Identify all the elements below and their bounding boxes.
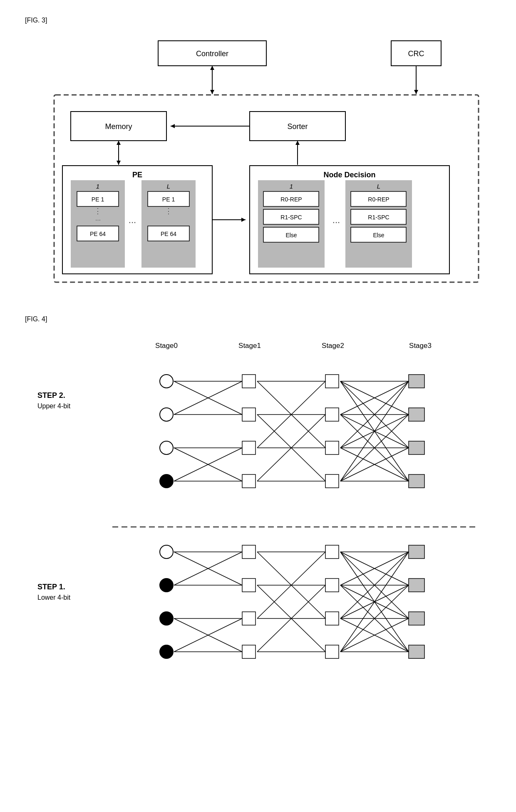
step1-s2-r2-node: [325, 579, 339, 592]
step2-s2-r1-node: [325, 375, 339, 388]
step2-s3-r3-node: [409, 441, 424, 454]
stage3-label: Stage3: [409, 342, 432, 350]
step2-desc: Upper 4-bit: [37, 402, 71, 410]
step1-s0-r1-node: [160, 545, 173, 559]
step2-s1-r1-node: [242, 375, 256, 388]
step2-s1-r4-node: [242, 474, 256, 488]
step1-s3-r2-node: [409, 579, 424, 592]
fig4-container: Stage0 Stage1 Stage2 Stage3 STEP 2. Uppe…: [29, 331, 487, 739]
step1-label: STEP 1.: [37, 583, 65, 591]
step2-s3-r1-node: [409, 375, 424, 388]
nd-title: Node Decision: [323, 171, 375, 179]
svg-text:Else: Else: [373, 232, 384, 238]
pe-title: PE: [132, 171, 142, 179]
step1-s2-r1-node: [325, 545, 339, 559]
step2-s0-r2-node: [160, 408, 173, 421]
svg-text:PE 64: PE 64: [161, 231, 176, 237]
svg-marker-6: [414, 90, 418, 94]
step1-s2-r3-node: [325, 612, 339, 625]
step1-s1-r2-node: [242, 579, 256, 592]
step1-s1-r4-node: [242, 645, 256, 658]
step1-s3-r3-node: [409, 612, 424, 625]
svg-text:1: 1: [96, 183, 99, 190]
step1-s3-r4-node: [409, 645, 424, 658]
step1-s0-r3-node: [160, 612, 173, 625]
svg-text:PE 64: PE 64: [90, 231, 106, 237]
svg-text:1: 1: [290, 183, 293, 190]
step1-s2-r4-node: [325, 645, 339, 658]
step2-s2-r4-node: [325, 474, 339, 488]
controller-label: Controller: [196, 50, 228, 58]
crc-label: CRC: [408, 50, 424, 58]
step1-s3-r1-node: [409, 545, 424, 559]
svg-text:⋯: ⋯: [95, 217, 101, 223]
svg-text:...: ...: [129, 215, 136, 225]
svg-marker-3: [210, 90, 214, 94]
fig4-svg: Stage0 Stage1 Stage2 Stage3 STEP 2. Uppe…: [29, 331, 487, 739]
svg-text:R1-SPC: R1-SPC: [368, 214, 389, 221]
svg-text:Else: Else: [285, 232, 297, 238]
stage1-label: Stage1: [238, 342, 261, 350]
step2-s0-r4-node: [160, 474, 173, 488]
svg-text:PE 1: PE 1: [92, 196, 104, 203]
stage2-label: Stage2: [322, 342, 344, 350]
svg-text:R0-REP: R0-REP: [368, 196, 389, 203]
fig3-container: Controller CRC Memory Sorter: [29, 32, 487, 291]
step1-s0-r2-node: [160, 579, 173, 592]
svg-text:PE 1: PE 1: [162, 196, 175, 203]
step1-s1-r1-node: [242, 545, 256, 559]
svg-text:...: ...: [332, 215, 340, 225]
step2-s0-r3-node: [160, 441, 173, 454]
svg-text:R0-REP: R0-REP: [280, 196, 302, 203]
stage0-label: Stage0: [155, 342, 178, 350]
page: [FIG. 3] Controller CRC Memory: [0, 0, 516, 756]
step2-s1-r3-node: [242, 441, 256, 454]
step2-s2-r3-node: [325, 441, 339, 454]
svg-text:L: L: [377, 183, 380, 190]
step2-s3-r4-node: [409, 474, 424, 488]
step2-s1-r2-node: [242, 408, 256, 421]
step1-s1-r3-node: [242, 612, 256, 625]
step1-s0-r4-node: [160, 645, 173, 658]
step2-s3-r2-node: [409, 408, 424, 421]
sorter-label: Sorter: [287, 122, 308, 131]
step2-s0-r1-node: [160, 375, 173, 388]
svg-text:⋮: ⋮: [94, 207, 102, 215]
step1-desc: Lower 4-bit: [37, 594, 71, 601]
fig4-label: [FIG. 4]: [25, 315, 491, 323]
step2-s2-r2-node: [325, 408, 339, 421]
step2-label: STEP 2.: [37, 391, 65, 400]
svg-marker-4: [210, 66, 214, 70]
fig3-svg: Controller CRC Memory Sorter: [29, 32, 487, 291]
svg-text:⋮: ⋮: [165, 207, 172, 215]
memory-label: Memory: [105, 122, 132, 131]
fig3-label: [FIG. 3]: [25, 17, 491, 24]
svg-text:R1-SPC: R1-SPC: [280, 214, 302, 221]
svg-text:L: L: [167, 183, 170, 190]
